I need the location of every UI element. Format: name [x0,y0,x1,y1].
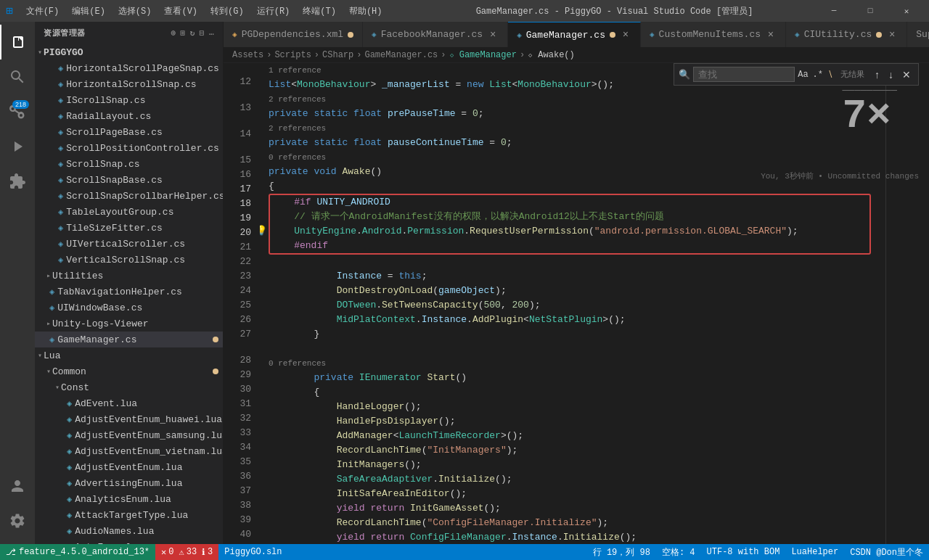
tab-custommenuitems[interactable]: ◈ CustomMenuItems.cs × [641,22,786,47]
breadcrumb-part[interactable]: ⬦ GameManager [449,50,517,60]
collapse-icon[interactable]: ⊟ [200,28,205,38]
spaces-label: 空格: 4 [662,546,695,559]
tab-superstar[interactable]: SuperStar × [907,22,929,47]
sidebar-item-scrollpositioncontroller[interactable]: ◈ ScrollPositionController.cs [35,140,223,156]
breadcrumb-current: ⬦ Awake() [528,50,575,60]
sidebar-item-tilesizefitter[interactable]: ◈ TileSizeFitter.cs [35,220,223,236]
sidebar-item-adjusteventenum-samsung[interactable]: ◈ AdjustEventEnum_samsung.lua [35,427,223,443]
sidebar-item-iscrollsnap[interactable]: ◈ IScrollSnap.cs [35,92,223,108]
file-name: ScrollPositionController.cs [66,143,219,154]
source-control-icon[interactable]: 218 [0,94,35,129]
minimize-button[interactable]: ─ [817,0,851,22]
sidebar-item-audionames[interactable]: ◈ AudioNames.lua [35,523,223,539]
menu-run[interactable]: 运行(R) [251,4,296,19]
breadcrumb-part[interactable]: Scripts [274,50,311,60]
sidebar-item-horizontalscrollpagesnap[interactable]: ◈ HorizontalScrollPageSnap.cs [35,60,223,76]
sidebar-item-autoenum[interactable]: ◈ AutoEnum.lua [35,539,223,544]
menu-file[interactable]: 文件(F) [20,4,65,19]
cs-icon: ◈ [372,30,377,39]
breadcrumb: Assets › Scripts › CSharp › GameManager.… [224,47,929,63]
menu-terminal[interactable]: 终端(T) [297,4,342,19]
find-close-button[interactable]: ✕ [899,67,914,82]
app-icon: ⊞ [6,4,13,18]
status-errors-item[interactable]: ✕ 0 ⚠ 33 ℹ 3 [155,544,218,560]
maximize-button[interactable]: □ [854,0,887,22]
sidebar-header-icons[interactable]: ⊕ ⊞ ↻ ⊟ … [171,28,214,38]
refresh-icon[interactable]: ↻ [190,28,195,38]
more-icon[interactable]: … [209,28,214,38]
account-icon[interactable] [0,469,35,503]
sidebar-item-horizontalscrollsnap[interactable]: ◈ HorizontalScrollSnap.cs [35,76,223,92]
lightbulb-icon[interactable]: 💡 [260,224,267,239]
sidebar-root-folder[interactable]: ▾ PIGGYGO [35,44,223,60]
file-name: TileSizeFitter.cs [66,223,163,234]
git-branch-item[interactable]: ⎇ feature_4.5.0_android_13* [0,544,155,560]
code-area[interactable]: 1 reference List<MonoBehaviour> _manager… [260,63,885,544]
sidebar-folder-lua[interactable]: ▾ Lua [35,347,223,363]
sidebar-item-uiverticalscroller[interactable]: ◈ UIVerticalScroller.cs [35,236,223,252]
sidebar-item-scrollpagebase[interactable]: ◈ ScrollPageBase.cs [35,124,223,140]
file-name: ScrollSnapScrollbarHelper.cs [66,191,223,202]
menu-help[interactable]: 帮助(H) [343,4,388,19]
find-next-button[interactable]: ↓ [885,67,896,82]
menu-edit[interactable]: 编辑(E) [66,4,111,19]
sidebar-item-adjusteventenum[interactable]: ◈ AdjustEventEnum.lua [35,459,223,475]
tab-ciutility[interactable]: ◈ CIUtility.cs × [786,22,907,47]
sidebar-folder-utilities[interactable]: ▸ Utilities [35,268,223,284]
menu-view[interactable]: 查看(V) [158,4,203,19]
sln-item[interactable]: PiggyGO.sln [218,544,287,560]
run-debug-icon[interactable] [0,129,35,164]
sidebar-folder-common[interactable]: ▾ Common [35,363,223,379]
sidebar-item-verticalscrollsnap[interactable]: ◈ VerticalScrollSnap.cs [35,252,223,268]
spaces-item[interactable]: 空格: 4 [656,544,701,560]
breadcrumb-part[interactable]: CSharp [322,50,353,60]
extensions-icon[interactable] [0,164,35,199]
editor-area: ◈ PGDependencies.xml ◈ FacebookManager.c… [224,22,929,544]
sidebar-item-adevent[interactable]: ◈ AdEvent.lua [35,395,223,411]
position-item[interactable]: 行 19，列 98 [587,544,656,560]
close-button[interactable]: ✕ [890,0,923,22]
sidebar-item-scrollsnap[interactable]: ◈ ScrollSnap.cs [35,156,223,172]
breadcrumb-part[interactable]: GameManager.cs [364,50,438,60]
chevron-down-icon: ▾ [55,383,60,392]
tab-close-button[interactable]: × [886,29,898,41]
sidebar-item-adjusteventenum-vietnam[interactable]: ◈ AdjustEventEnum_vietnam.lua [35,443,223,459]
sidebar-item-advertisingenum[interactable]: ◈ AdvertisingEnum.lua [35,475,223,491]
window-controls[interactable]: ─ □ ✕ [817,0,923,22]
search-icon[interactable] [0,59,35,94]
find-prev-button[interactable]: ↑ [872,67,883,82]
sidebar-item-gamemanager[interactable]: ◈ GameManager.cs [35,332,223,347]
breadcrumb-part[interactable]: Assets [232,50,263,60]
file-name: HorizontalScrollSnap.cs [66,79,196,90]
editor-content[interactable]: 🔍 Aa .* ∖ 无结果 ↑ ↓ ✕ ───────── 7× You, 3秒… [224,63,929,544]
encoding-item[interactable]: UTF-8 with BOM [701,544,786,560]
sidebar-item-uiwindowbase[interactable]: ◈ UIWindowBase.cs [35,300,223,316]
sidebar-folder-const[interactable]: ▾ Const [35,379,223,395]
tab-close-button[interactable]: × [487,29,499,41]
sidebar-item-tabnavigationhelper[interactable]: ◈ TabNavigationHelper.cs [35,284,223,300]
tab-gamemanager[interactable]: ◈ GameManager.cs × [508,22,641,47]
new-file-icon[interactable]: ⊕ [171,28,176,38]
sidebar-item-radiallayout[interactable]: ◈ RadialLayout.cs [35,108,223,124]
find-input[interactable] [693,67,795,82]
sidebar-header: 资源管理器 ⊕ ⊞ ↻ ⊟ … [35,22,223,44]
menu-goto[interactable]: 转到(G) [205,4,250,19]
tab-pgdependencies[interactable]: ◈ PGDependencies.xml [224,22,363,47]
language-item[interactable]: LuaHelper [785,544,844,560]
sidebar-item-scrollsnapbase[interactable]: ◈ ScrollSnapBase.cs [35,172,223,188]
settings-icon[interactable] [0,503,35,538]
tab-close-button[interactable]: × [620,29,631,41]
new-folder-icon[interactable]: ⊞ [181,28,186,38]
menu-select[interactable]: 选择(S) [112,4,157,19]
sidebar-folder-unity-logs[interactable]: ▸ Unity-Logs-Viewer [35,316,223,332]
title-menu[interactable]: 文件(F) 编辑(E) 选择(S) 查看(V) 转到(G) 运行(R) 终端(T… [20,4,388,19]
tab-facebookmanager[interactable]: ◈ FacebookManager.cs × [363,22,508,47]
sidebar-item-attacktargettype[interactable]: ◈ AttackTargetType.lua [35,507,223,523]
sidebar-item-analyticsenum[interactable]: ◈ AnalyticsEnum.lua [35,491,223,507]
sidebar-item-scrollsnapscrollbarhelper[interactable]: ◈ ScrollSnapScrollbarHelper.cs [35,188,223,204]
sidebar-item-adjusteventenum-huawei[interactable]: ◈ AdjustEventEnum_huawei.lua [35,411,223,427]
sidebar-item-tablelayoutgroup[interactable]: ◈ TableLayoutGroup.cs [35,204,223,220]
tab-close-button[interactable]: × [765,29,777,41]
explorer-icon[interactable] [0,25,35,59]
status-bar: ⎇ feature_4.5.0_android_13* ✕ 0 ⚠ 33 ℹ 3… [0,544,929,560]
